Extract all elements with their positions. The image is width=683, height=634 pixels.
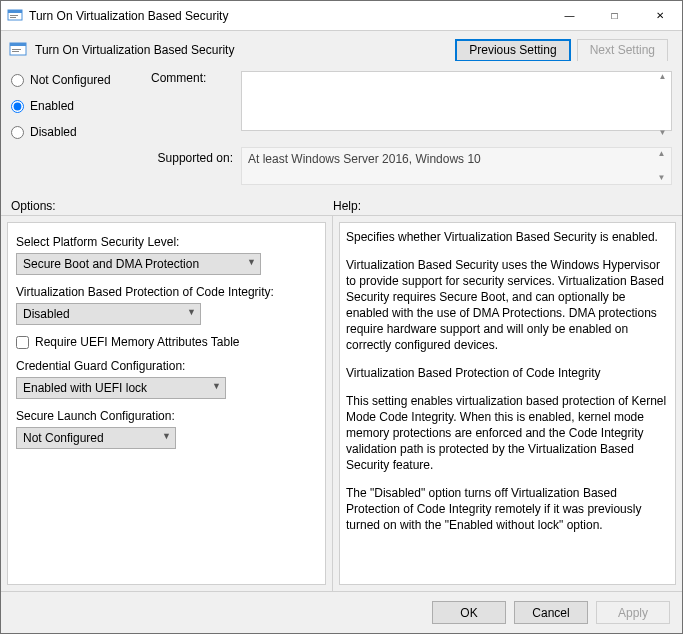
apply-button: Apply (596, 601, 670, 624)
checkbox-label: Require UEFI Memory Attributes Table (35, 335, 240, 349)
body-split: Select Platform Security Level: Secure B… (1, 216, 682, 591)
select-value: Secure Boot and DMA Protection (23, 257, 199, 271)
credential-guard-select[interactable]: Enabled with UEFI lock ▼ (16, 377, 226, 399)
state-radio-group: Not Configured Enabled Disabled (11, 71, 151, 139)
radio-enabled[interactable]: Enabled (11, 99, 151, 113)
options-header: Options: (11, 199, 333, 213)
help-paragraph: This setting enables virtualization base… (346, 393, 669, 473)
column-headers: Options: Help: (1, 199, 682, 216)
credential-guard-label: Credential Guard Configuration: (16, 359, 317, 373)
platform-security-label: Select Platform Security Level: (16, 235, 317, 249)
radio-label: Not Configured (30, 73, 111, 87)
chevron-down-icon: ▼ (187, 307, 196, 317)
uefi-attributes-checkbox-input[interactable] (16, 336, 29, 349)
help-paragraph: The "Disabled" option turns off Virtuali… (346, 485, 669, 533)
titlebar: Turn On Virtualization Based Security ― … (1, 1, 682, 31)
supported-spinner: ▲▼ (654, 150, 669, 182)
radio-not-configured[interactable]: Not Configured (11, 73, 151, 87)
chevron-down-icon: ▼ (212, 381, 221, 391)
ok-button[interactable]: OK (432, 601, 506, 624)
radio-label: Disabled (30, 125, 77, 139)
supported-on-value: At least Windows Server 2016, Windows 10… (241, 147, 672, 185)
select-value: Enabled with UEFI lock (23, 381, 147, 395)
help-pane: Specifies whether Virtualization Based S… (333, 216, 682, 591)
minimize-button[interactable]: ― (547, 1, 592, 30)
cancel-button[interactable]: Cancel (514, 601, 588, 624)
radio-disabled[interactable]: Disabled (11, 125, 151, 139)
window-title: Turn On Virtualization Based Security (29, 9, 547, 23)
radio-enabled-input[interactable] (11, 100, 24, 113)
radio-not-configured-input[interactable] (11, 74, 24, 87)
policy-icon (9, 41, 29, 59)
gpo-editor-window: Turn On Virtualization Based Security ― … (0, 0, 683, 634)
vbci-select[interactable]: Disabled ▼ (16, 303, 201, 325)
comment-textarea[interactable] (241, 71, 672, 131)
svg-rect-6 (12, 49, 21, 50)
svg-rect-1 (8, 10, 22, 13)
policy-title: Turn On Virtualization Based Security (35, 43, 455, 57)
next-setting-button: Next Setting (577, 39, 668, 62)
dialog-footer: OK Cancel Apply (1, 591, 682, 633)
secure-launch-label: Secure Launch Configuration: (16, 409, 317, 423)
radio-label: Enabled (30, 99, 74, 113)
help-header: Help: (333, 199, 672, 213)
svg-rect-5 (10, 43, 26, 46)
chevron-down-icon: ▼ (162, 431, 171, 441)
radio-disabled-input[interactable] (11, 126, 24, 139)
supported-on-label: Supported on: (151, 147, 241, 185)
previous-setting-button[interactable]: Previous Setting (455, 39, 570, 62)
close-button[interactable]: ✕ (637, 1, 682, 30)
svg-rect-3 (10, 17, 16, 18)
policy-icon (7, 8, 23, 24)
select-value: Disabled (23, 307, 70, 321)
supported-on-text: At least Windows Server 2016, Windows 10 (248, 152, 481, 166)
help-text[interactable]: Specifies whether Virtualization Based S… (339, 222, 676, 585)
comment-label: Comment: (151, 71, 241, 139)
options-pane: Select Platform Security Level: Secure B… (1, 216, 333, 591)
platform-security-select[interactable]: Secure Boot and DMA Protection ▼ (16, 253, 261, 275)
help-paragraph: Virtualization Based Protection of Code … (346, 365, 669, 381)
help-paragraph: Virtualization Based Security uses the W… (346, 257, 669, 353)
svg-rect-2 (10, 15, 18, 16)
comment-spinner[interactable]: ▲▼ (655, 73, 670, 137)
uefi-attributes-checkbox[interactable]: Require UEFI Memory Attributes Table (16, 335, 317, 349)
header-bar: Turn On Virtualization Based Security Pr… (1, 31, 682, 61)
secure-launch-select[interactable]: Not Configured ▼ (16, 427, 176, 449)
upper-config: Not Configured Enabled Disabled Comment:… (1, 61, 682, 199)
select-value: Not Configured (23, 431, 104, 445)
svg-rect-7 (12, 51, 19, 52)
help-paragraph: Specifies whether Virtualization Based S… (346, 229, 669, 245)
vbci-label: Virtualization Based Protection of Code … (16, 285, 317, 299)
chevron-down-icon: ▼ (247, 257, 256, 267)
maximize-button[interactable]: □ (592, 1, 637, 30)
